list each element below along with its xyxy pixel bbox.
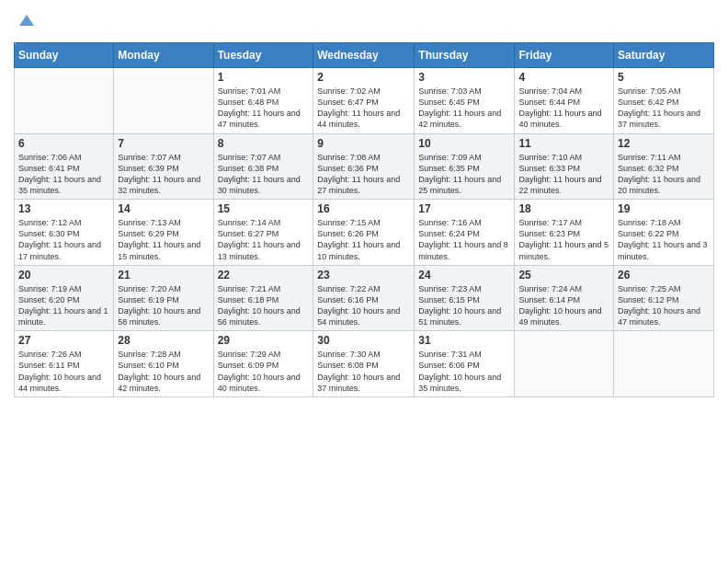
calendar-cell: 8Sunrise: 7:07 AM Sunset: 6:38 PM Daylig… (213, 133, 313, 200)
day-info: Sunrise: 7:30 AM Sunset: 6:08 PM Dayligh… (317, 349, 410, 394)
calendar-table: SundayMondayTuesdayWednesdayThursdayFrid… (14, 42, 714, 397)
day-info: Sunrise: 7:14 AM Sunset: 6:27 PM Dayligh… (218, 217, 310, 262)
calendar-cell: 23Sunrise: 7:22 AM Sunset: 6:16 PM Dayli… (313, 265, 415, 331)
day-info: Sunrise: 7:25 AM Sunset: 6:12 PM Dayligh… (618, 283, 710, 328)
calendar-week-1: 1Sunrise: 7:01 AM Sunset: 6:48 PM Daylig… (15, 68, 714, 134)
calendar-cell: 18Sunrise: 7:17 AM Sunset: 6:23 PM Dayli… (515, 200, 614, 266)
day-info: Sunrise: 7:15 AM Sunset: 6:26 PM Dayligh… (317, 217, 410, 262)
day-info: Sunrise: 7:07 AM Sunset: 6:39 PM Dayligh… (118, 152, 209, 197)
day-info: Sunrise: 7:08 AM Sunset: 6:36 PM Dayligh… (317, 152, 410, 197)
calendar-cell: 15Sunrise: 7:14 AM Sunset: 6:27 PM Dayli… (213, 200, 313, 266)
calendar-cell: 31Sunrise: 7:31 AM Sunset: 6:06 PM Dayli… (415, 331, 515, 397)
calendar-cell: 7Sunrise: 7:07 AM Sunset: 6:39 PM Daylig… (114, 133, 213, 200)
day-number: 9 (317, 137, 410, 150)
day-info: Sunrise: 7:23 AM Sunset: 6:15 PM Dayligh… (418, 283, 510, 328)
calendar-cell: 10Sunrise: 7:09 AM Sunset: 6:35 PM Dayli… (415, 133, 515, 200)
calendar-cell: 4Sunrise: 7:04 AM Sunset: 6:44 PM Daylig… (515, 68, 614, 134)
calendar-cell (15, 68, 114, 134)
day-info: Sunrise: 7:24 AM Sunset: 6:14 PM Dayligh… (518, 283, 609, 328)
day-number: 20 (18, 269, 109, 282)
calendar-cell: 5Sunrise: 7:05 AM Sunset: 6:42 PM Daylig… (614, 68, 714, 134)
calendar-week-4: 20Sunrise: 7:19 AM Sunset: 6:20 PM Dayli… (15, 265, 714, 331)
day-info: Sunrise: 7:28 AM Sunset: 6:10 PM Dayligh… (118, 349, 209, 394)
day-number: 24 (418, 269, 510, 282)
calendar-cell: 28Sunrise: 7:28 AM Sunset: 6:10 PM Dayli… (114, 331, 213, 397)
calendar-cell: 16Sunrise: 7:15 AM Sunset: 6:26 PM Dayli… (313, 200, 415, 266)
day-number: 14 (118, 202, 209, 215)
calendar-header-friday: Friday (515, 43, 614, 68)
calendar-header-saturday: Saturday (614, 43, 714, 68)
day-number: 4 (518, 71, 609, 84)
logo-icon (16, 9, 38, 31)
day-number: 21 (118, 269, 209, 282)
day-info: Sunrise: 7:11 AM Sunset: 6:32 PM Dayligh… (618, 152, 710, 197)
day-info: Sunrise: 7:12 AM Sunset: 6:30 PM Dayligh… (18, 217, 109, 262)
day-number: 15 (218, 202, 310, 215)
calendar-header-tuesday: Tuesday (213, 43, 313, 68)
calendar-cell: 14Sunrise: 7:13 AM Sunset: 6:29 PM Dayli… (114, 200, 213, 266)
logo (14, 9, 38, 35)
day-number: 13 (18, 202, 109, 215)
day-number: 7 (118, 137, 209, 150)
calendar-cell: 30Sunrise: 7:30 AM Sunset: 6:08 PM Dayli… (313, 331, 415, 397)
day-info: Sunrise: 7:18 AM Sunset: 6:22 PM Dayligh… (618, 217, 710, 262)
calendar-cell (614, 331, 714, 397)
day-number: 12 (618, 137, 710, 150)
calendar-week-5: 27Sunrise: 7:26 AM Sunset: 6:11 PM Dayli… (15, 331, 714, 397)
calendar-cell: 19Sunrise: 7:18 AM Sunset: 6:22 PM Dayli… (614, 200, 714, 266)
calendar-header-sunday: Sunday (15, 43, 114, 68)
calendar-cell (515, 331, 614, 397)
calendar-cell: 21Sunrise: 7:20 AM Sunset: 6:19 PM Dayli… (114, 265, 213, 331)
day-info: Sunrise: 7:22 AM Sunset: 6:16 PM Dayligh… (317, 283, 410, 328)
calendar-cell: 1Sunrise: 7:01 AM Sunset: 6:48 PM Daylig… (213, 68, 313, 134)
day-number: 26 (618, 269, 710, 282)
day-number: 31 (418, 334, 510, 347)
day-info: Sunrise: 7:04 AM Sunset: 6:44 PM Dayligh… (518, 86, 609, 131)
page-header (14, 9, 714, 35)
calendar-cell: 20Sunrise: 7:19 AM Sunset: 6:20 PM Dayli… (15, 265, 114, 331)
calendar-cell: 29Sunrise: 7:29 AM Sunset: 6:09 PM Dayli… (213, 331, 313, 397)
calendar-header-monday: Monday (114, 43, 213, 68)
day-info: Sunrise: 7:10 AM Sunset: 6:33 PM Dayligh… (518, 152, 609, 197)
day-info: Sunrise: 7:19 AM Sunset: 6:20 PM Dayligh… (18, 283, 109, 328)
calendar-cell (114, 68, 213, 134)
day-info: Sunrise: 7:07 AM Sunset: 6:38 PM Dayligh… (218, 152, 310, 197)
calendar-cell: 12Sunrise: 7:11 AM Sunset: 6:32 PM Dayli… (614, 133, 714, 200)
calendar-cell: 3Sunrise: 7:03 AM Sunset: 6:45 PM Daylig… (415, 68, 515, 134)
day-number: 3 (418, 71, 510, 84)
calendar-cell: 6Sunrise: 7:06 AM Sunset: 6:41 PM Daylig… (15, 133, 114, 200)
day-number: 1 (218, 71, 310, 84)
calendar-header-wednesday: Wednesday (313, 43, 415, 68)
day-number: 18 (518, 202, 609, 215)
day-info: Sunrise: 7:29 AM Sunset: 6:09 PM Dayligh… (218, 349, 310, 394)
calendar-cell: 24Sunrise: 7:23 AM Sunset: 6:15 PM Dayli… (415, 265, 515, 331)
day-number: 16 (317, 202, 410, 215)
day-number: 11 (518, 137, 609, 150)
day-info: Sunrise: 7:13 AM Sunset: 6:29 PM Dayligh… (118, 217, 209, 262)
calendar-cell: 2Sunrise: 7:02 AM Sunset: 6:47 PM Daylig… (313, 68, 415, 134)
calendar-cell: 22Sunrise: 7:21 AM Sunset: 6:18 PM Dayli… (213, 265, 313, 331)
calendar-cell: 9Sunrise: 7:08 AM Sunset: 6:36 PM Daylig… (313, 133, 415, 200)
day-number: 29 (218, 334, 310, 347)
day-info: Sunrise: 7:01 AM Sunset: 6:48 PM Dayligh… (218, 86, 310, 131)
day-number: 8 (218, 137, 310, 150)
day-info: Sunrise: 7:26 AM Sunset: 6:11 PM Dayligh… (18, 349, 109, 394)
calendar-cell: 26Sunrise: 7:25 AM Sunset: 6:12 PM Dayli… (614, 265, 714, 331)
day-number: 6 (18, 137, 109, 150)
calendar-cell: 27Sunrise: 7:26 AM Sunset: 6:11 PM Dayli… (15, 331, 114, 397)
calendar-cell: 25Sunrise: 7:24 AM Sunset: 6:14 PM Dayli… (515, 265, 614, 331)
calendar-cell: 13Sunrise: 7:12 AM Sunset: 6:30 PM Dayli… (15, 200, 114, 266)
day-number: 2 (317, 71, 410, 84)
calendar-header-thursday: Thursday (415, 43, 515, 68)
calendar-cell: 17Sunrise: 7:16 AM Sunset: 6:24 PM Dayli… (415, 200, 515, 266)
day-number: 23 (317, 269, 410, 282)
day-info: Sunrise: 7:16 AM Sunset: 6:24 PM Dayligh… (418, 217, 510, 262)
day-number: 28 (118, 334, 209, 347)
calendar-week-2: 6Sunrise: 7:06 AM Sunset: 6:41 PM Daylig… (15, 133, 714, 200)
calendar-page: SundayMondayTuesdayWednesdayThursdayFrid… (0, 0, 728, 563)
day-number: 22 (218, 269, 310, 282)
day-number: 5 (618, 71, 710, 84)
day-info: Sunrise: 7:06 AM Sunset: 6:41 PM Dayligh… (18, 152, 109, 197)
calendar-cell: 11Sunrise: 7:10 AM Sunset: 6:33 PM Dayli… (515, 133, 614, 200)
day-info: Sunrise: 7:31 AM Sunset: 6:06 PM Dayligh… (418, 349, 510, 394)
